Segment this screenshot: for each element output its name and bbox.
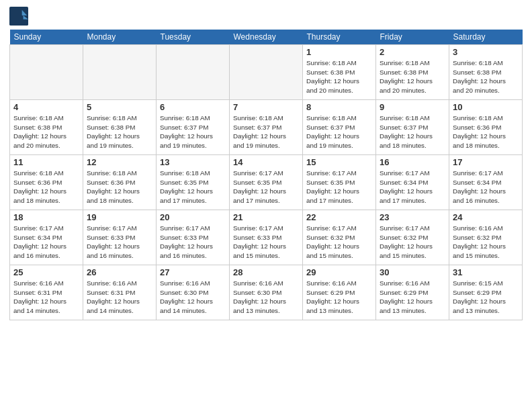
day-number: 25	[13, 267, 79, 277]
week-row-5: 25Sunrise: 6:16 AM Sunset: 6:31 PM Dayli…	[10, 265, 523, 320]
day-info: Sunrise: 6:18 AM Sunset: 6:37 PM Dayligh…	[160, 113, 226, 150]
day-info: Sunrise: 6:18 AM Sunset: 6:38 PM Dayligh…	[453, 58, 519, 95]
day-cell: 14Sunrise: 6:17 AM Sunset: 6:35 PM Dayli…	[230, 155, 303, 210]
weekday-friday: Friday	[376, 30, 449, 45]
day-number: 8	[306, 102, 372, 112]
weekday-monday: Monday	[83, 30, 157, 45]
day-cell: 24Sunrise: 6:16 AM Sunset: 6:32 PM Dayli…	[449, 210, 523, 265]
day-number: 12	[87, 157, 152, 167]
day-info: Sunrise: 6:18 AM Sunset: 6:36 PM Dayligh…	[453, 113, 519, 150]
day-info: Sunrise: 6:18 AM Sunset: 6:37 PM Dayligh…	[380, 113, 445, 150]
day-cell: 9Sunrise: 6:18 AM Sunset: 6:37 PM Daylig…	[376, 100, 449, 155]
day-cell: 8Sunrise: 6:18 AM Sunset: 6:37 PM Daylig…	[303, 100, 376, 155]
day-cell: 30Sunrise: 6:16 AM Sunset: 6:29 PM Dayli…	[376, 265, 449, 320]
day-info: Sunrise: 6:16 AM Sunset: 6:29 PM Dayligh…	[306, 279, 372, 316]
day-number: 15	[306, 157, 372, 167]
day-number: 16	[380, 157, 445, 167]
day-info: Sunrise: 6:16 AM Sunset: 6:31 PM Dayligh…	[13, 279, 79, 316]
day-info: Sunrise: 6:17 AM Sunset: 6:32 PM Dayligh…	[380, 224, 445, 261]
day-cell: 7Sunrise: 6:18 AM Sunset: 6:37 PM Daylig…	[230, 100, 303, 155]
day-cell: 20Sunrise: 6:17 AM Sunset: 6:33 PM Dayli…	[157, 210, 230, 265]
day-info: Sunrise: 6:18 AM Sunset: 6:37 PM Dayligh…	[233, 113, 299, 150]
weekday-sunday: Sunday	[10, 30, 83, 45]
day-number: 19	[87, 212, 152, 222]
day-info: Sunrise: 6:16 AM Sunset: 6:29 PM Dayligh…	[380, 279, 445, 316]
day-info: Sunrise: 6:17 AM Sunset: 6:34 PM Dayligh…	[453, 169, 519, 205]
day-info: Sunrise: 6:18 AM Sunset: 6:36 PM Dayligh…	[13, 169, 79, 205]
day-number: 20	[160, 212, 226, 222]
day-cell: 26Sunrise: 6:16 AM Sunset: 6:31 PM Dayli…	[83, 265, 157, 320]
day-cell: 25Sunrise: 6:16 AM Sunset: 6:31 PM Dayli…	[10, 265, 83, 320]
day-info: Sunrise: 6:18 AM Sunset: 6:36 PM Dayligh…	[87, 169, 152, 205]
day-info: Sunrise: 6:15 AM Sunset: 6:29 PM Dayligh…	[453, 279, 519, 316]
day-number: 2	[380, 47, 445, 57]
day-number: 28	[233, 267, 299, 277]
day-number: 3	[453, 47, 519, 57]
day-info: Sunrise: 6:18 AM Sunset: 6:38 PM Dayligh…	[306, 58, 372, 95]
day-cell	[83, 45, 157, 100]
day-info: Sunrise: 6:17 AM Sunset: 6:34 PM Dayligh…	[13, 224, 79, 261]
day-number: 18	[13, 212, 79, 222]
day-info: Sunrise: 6:18 AM Sunset: 6:37 PM Dayligh…	[306, 113, 372, 150]
day-cell: 1Sunrise: 6:18 AM Sunset: 6:38 PM Daylig…	[303, 45, 376, 100]
day-cell: 23Sunrise: 6:17 AM Sunset: 6:32 PM Dayli…	[376, 210, 449, 265]
day-cell: 27Sunrise: 6:16 AM Sunset: 6:30 PM Dayli…	[157, 265, 230, 320]
day-cell: 29Sunrise: 6:16 AM Sunset: 6:29 PM Dayli…	[303, 265, 376, 320]
week-row-2: 4Sunrise: 6:18 AM Sunset: 6:38 PM Daylig…	[10, 100, 523, 155]
day-cell: 12Sunrise: 6:18 AM Sunset: 6:36 PM Dayli…	[83, 155, 157, 210]
day-info: Sunrise: 6:16 AM Sunset: 6:32 PM Dayligh…	[453, 224, 519, 261]
svg-rect-0	[9, 7, 28, 26]
day-cell: 17Sunrise: 6:17 AM Sunset: 6:34 PM Dayli…	[449, 155, 523, 210]
day-info: Sunrise: 6:17 AM Sunset: 6:35 PM Dayligh…	[306, 169, 372, 205]
day-cell: 15Sunrise: 6:17 AM Sunset: 6:35 PM Dayli…	[303, 155, 376, 210]
logo-icon	[9, 7, 28, 26]
weekday-wednesday: Wednesday	[230, 30, 303, 45]
day-info: Sunrise: 6:16 AM Sunset: 6:31 PM Dayligh…	[87, 279, 152, 316]
day-cell: 5Sunrise: 6:18 AM Sunset: 6:38 PM Daylig…	[83, 100, 157, 155]
day-cell: 31Sunrise: 6:15 AM Sunset: 6:29 PM Dayli…	[449, 265, 523, 320]
day-number: 11	[13, 157, 79, 167]
day-number: 26	[87, 267, 152, 277]
weekday-saturday: Saturday	[449, 30, 523, 45]
day-info: Sunrise: 6:18 AM Sunset: 6:38 PM Dayligh…	[87, 113, 152, 150]
day-cell: 4Sunrise: 6:18 AM Sunset: 6:38 PM Daylig…	[10, 100, 83, 155]
calendar-table: SundayMondayTuesdayWednesdayThursdayFrid…	[9, 30, 523, 320]
day-cell	[10, 45, 83, 100]
day-cell: 10Sunrise: 6:18 AM Sunset: 6:36 PM Dayli…	[449, 100, 523, 155]
weekday-tuesday: Tuesday	[157, 30, 230, 45]
day-info: Sunrise: 6:17 AM Sunset: 6:34 PM Dayligh…	[380, 169, 445, 205]
day-number: 6	[160, 102, 226, 112]
day-number: 5	[87, 102, 152, 112]
day-number: 30	[380, 267, 445, 277]
day-info: Sunrise: 6:17 AM Sunset: 6:33 PM Dayligh…	[87, 224, 152, 261]
day-info: Sunrise: 6:18 AM Sunset: 6:38 PM Dayligh…	[13, 113, 79, 150]
week-row-3: 11Sunrise: 6:18 AM Sunset: 6:36 PM Dayli…	[10, 155, 523, 210]
day-cell	[230, 45, 303, 100]
day-number: 31	[453, 267, 519, 277]
day-cell	[157, 45, 230, 100]
day-number: 23	[380, 212, 445, 222]
day-number: 13	[160, 157, 226, 167]
day-number: 4	[13, 102, 79, 112]
weekday-thursday: Thursday	[303, 30, 376, 45]
day-cell: 11Sunrise: 6:18 AM Sunset: 6:36 PM Dayli…	[10, 155, 83, 210]
day-number: 1	[306, 47, 372, 57]
day-number: 29	[306, 267, 372, 277]
day-info: Sunrise: 6:17 AM Sunset: 6:35 PM Dayligh…	[233, 169, 299, 205]
week-row-4: 18Sunrise: 6:17 AM Sunset: 6:34 PM Dayli…	[10, 210, 523, 265]
day-info: Sunrise: 6:16 AM Sunset: 6:30 PM Dayligh…	[233, 279, 299, 316]
day-cell: 6Sunrise: 6:18 AM Sunset: 6:37 PM Daylig…	[157, 100, 230, 155]
header	[9, 7, 523, 26]
weekday-header-row: SundayMondayTuesdayWednesdayThursdayFrid…	[10, 30, 523, 45]
day-number: 9	[380, 102, 445, 112]
page: SundayMondayTuesdayWednesdayThursdayFrid…	[0, 0, 532, 411]
week-row-1: 1Sunrise: 6:18 AM Sunset: 6:38 PM Daylig…	[10, 45, 523, 100]
day-cell: 28Sunrise: 6:16 AM Sunset: 6:30 PM Dayli…	[230, 265, 303, 320]
day-number: 17	[453, 157, 519, 167]
day-cell: 16Sunrise: 6:17 AM Sunset: 6:34 PM Dayli…	[376, 155, 449, 210]
day-cell: 3Sunrise: 6:18 AM Sunset: 6:38 PM Daylig…	[449, 45, 523, 100]
day-cell: 13Sunrise: 6:18 AM Sunset: 6:35 PM Dayli…	[157, 155, 230, 210]
day-number: 24	[453, 212, 519, 222]
day-cell: 18Sunrise: 6:17 AM Sunset: 6:34 PM Dayli…	[10, 210, 83, 265]
day-number: 22	[306, 212, 372, 222]
